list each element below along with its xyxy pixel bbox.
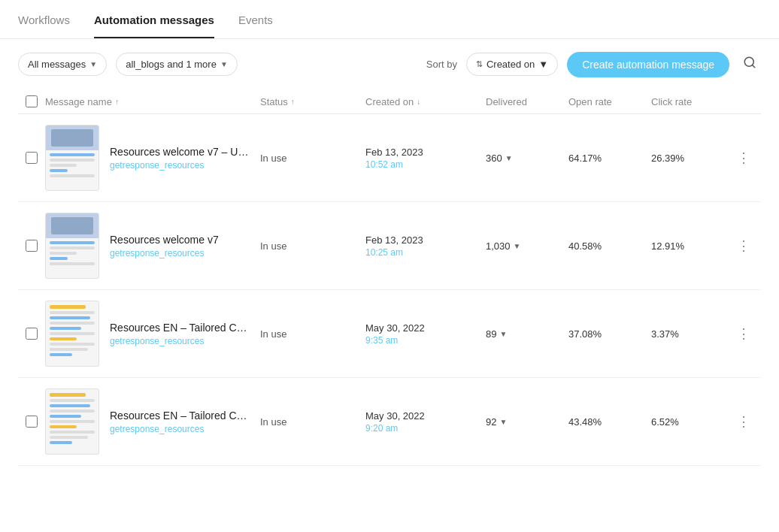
tab-events[interactable]: Events [238,14,273,38]
toolbar: All messages ▼ all_blogs and 1 more ▼ So… [0,39,779,89]
row3-delivered: 89 ▼ [486,328,568,340]
row1-checkbox-cell[interactable] [18,152,45,164]
row4-open-rate-value: 43.48% [568,416,602,428]
row4-message-sub[interactable]: getresponse_resources [110,424,247,434]
all-messages-label: All messages [28,59,86,70]
col-status-label: Status [260,96,288,107]
row1-thumbnail [45,125,99,191]
tab-automation-messages[interactable]: Automation messages [94,14,214,38]
blogs-filter[interactable]: all_blogs and 1 more ▼ [116,53,238,76]
row3-time: 9:35 am [365,335,486,346]
row1-checkbox[interactable] [26,152,38,164]
row1-more-cell[interactable]: ⋮ [734,147,761,169]
tab-workflows[interactable]: Workflows [18,14,70,38]
all-messages-filter[interactable]: All messages ▼ [18,53,107,76]
sort-icon: ⇅ [476,59,483,69]
svg-line-1 [752,65,754,67]
row3-status: In use [260,328,365,340]
row4-time: 9:20 am [365,423,486,434]
row1-delivered: 360 ▼ [486,153,568,164]
thumb-line [50,425,77,428]
row4-more-cell[interactable]: ⋮ [734,410,761,433]
row2-message-info: Resources welcome v7 getresponse_resourc… [45,213,260,279]
row1-message-name[interactable]: Resources welcome v7 – U… [110,146,248,158]
create-automation-message-button[interactable]: Create automation message [567,52,729,77]
sort-caret: ▼ [538,59,548,70]
row1-message-sub[interactable]: getresponse_resources [110,160,248,171]
thumb-line [50,415,81,418]
created-on-sort-arrow: ↓ [417,98,420,106]
row4-thumb-doc [46,389,99,448]
row3-more-cell[interactable]: ⋮ [734,322,761,345]
thumb-line [50,343,95,346]
row2-checkbox-cell[interactable] [18,240,45,252]
toolbar-right: Sort by ⇅ Created on ▼ Create automation… [426,51,761,77]
thumb-line [50,420,95,423]
row3-open-rate: 37.08% [568,328,651,340]
row4-message-text: Resources EN – Tailored C… getresponse_r… [110,410,247,434]
row2-open-rate-value: 40.58% [568,240,602,252]
row4-more-button[interactable]: ⋮ [734,410,753,433]
row1-delivered-caret[interactable]: ▼ [505,154,513,162]
select-all-checkbox[interactable] [26,95,38,107]
row1-more-button[interactable]: ⋮ [734,147,753,169]
thumb-line [50,316,90,319]
thumb-line [50,404,90,407]
row4-message-name[interactable]: Resources EN – Tailored C… [110,410,247,422]
thumb-line [50,257,68,260]
thumb-line [50,431,95,434]
row1-open-rate-value: 64.17% [568,153,602,164]
row1-time: 10:52 am [365,159,486,170]
row1-thumb-lines [46,150,99,183]
row3-click-rate: 3.37% [651,328,734,340]
row4-message-info: Resources EN – Tailored C… getresponse_r… [45,388,260,455]
thumb-line [50,241,95,244]
row2-message-sub[interactable]: getresponse_resources [110,248,219,258]
search-icon [743,56,756,69]
header-checkbox-cell[interactable] [18,95,45,107]
row2-checkbox[interactable] [26,240,38,252]
row3-checkbox-cell[interactable] [18,328,45,340]
row4-delivered-caret[interactable]: ▼ [499,418,507,426]
thumb-line [50,436,88,439]
col-delivered-label: Delivered [486,96,527,107]
row4-click-rate: 6.52% [651,416,734,428]
row2-more-cell[interactable]: ⋮ [734,234,761,257]
thumb-line [50,348,88,351]
thumb-line [50,164,77,167]
col-created-on[interactable]: Created on ↓ [365,96,486,107]
row2-more-button[interactable]: ⋮ [734,234,753,257]
row2-thumb-inner [51,217,93,234]
thumb-line [50,322,95,325]
row3-checkbox[interactable] [26,328,38,340]
sort-field-button[interactable]: ⇅ Created on ▼ [466,53,558,76]
row3-delivered-caret[interactable]: ▼ [499,330,507,338]
col-click-rate[interactable]: Click rate [651,96,734,107]
row3-more-button[interactable]: ⋮ [734,322,753,345]
row2-message-name[interactable]: Resources welcome v7 [110,234,219,246]
status-sort-arrow: ↑ [291,98,295,106]
row1-thumb-inner [51,129,93,147]
row4-open-rate: 43.48% [568,416,651,428]
row2-time: 10:25 am [365,247,486,258]
col-status[interactable]: Status ↑ [260,96,365,107]
search-button[interactable] [738,51,761,77]
row2-thumb-image [46,213,99,238]
row2-click-rate-value: 12.91% [651,240,684,252]
col-open-rate[interactable]: Open rate [568,96,651,107]
row2-delivered-caret[interactable]: ▼ [514,242,521,250]
row3-message-sub[interactable]: getresponse_resources [110,336,247,346]
row3-date: May 30, 2022 [365,322,486,334]
row4-checkbox[interactable] [26,416,38,428]
row4-checkbox-cell[interactable] [18,416,45,428]
thumb-line [50,305,86,309]
row3-message-name[interactable]: Resources EN – Tailored C… [110,322,247,334]
thumb-line [50,332,95,335]
row2-date: Feb 13, 2023 [365,234,486,246]
col-message-name[interactable]: Message name ↑ [45,96,260,107]
thumb-line [50,159,95,162]
row3-open-rate-value: 37.08% [568,328,602,340]
row2-delivered: 1,030 ▼ [486,240,568,252]
col-delivered[interactable]: Delivered [486,96,568,107]
row2-message-text: Resources welcome v7 getresponse_resourc… [110,234,219,258]
